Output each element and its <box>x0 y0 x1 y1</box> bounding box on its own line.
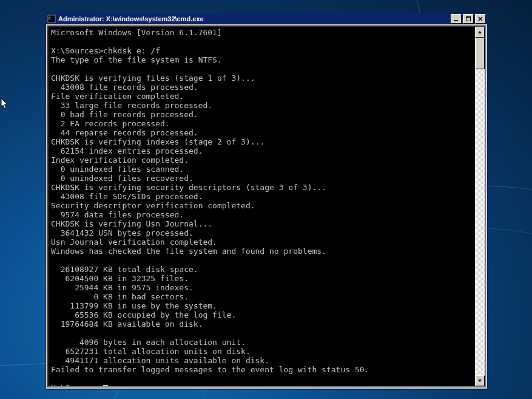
text-cursor <box>103 385 108 386</box>
close-button[interactable] <box>475 14 486 24</box>
cmd-window: C: Administrator: X:\windows\system32\cm… <box>45 13 488 389</box>
title-bar[interactable]: C: Administrator: X:\windows\system32\cm… <box>46 13 487 24</box>
console-output[interactable]: Microsoft Windows [Version 6.1.7601] X:\… <box>49 27 475 386</box>
minimize-button[interactable] <box>451 14 462 24</box>
cmd-icon: C: <box>47 15 56 23</box>
prompt: X:\Sources> <box>51 383 103 386</box>
scroll-up-button[interactable] <box>475 27 485 38</box>
window-title: Administrator: X:\windows\system32\cmd.e… <box>58 15 450 22</box>
mouse-cursor-icon <box>1 98 8 110</box>
scroll-thumb[interactable] <box>475 38 485 69</box>
svg-rect-4 <box>466 16 471 18</box>
vertical-scrollbar[interactable] <box>475 27 485 386</box>
console-frame: Microsoft Windows [Version 6.1.7601] X:\… <box>47 26 486 387</box>
svg-text:C:: C: <box>49 16 53 20</box>
svg-rect-2 <box>454 20 458 21</box>
maximize-button[interactable] <box>463 14 474 24</box>
window-client-area: Microsoft Windows [Version 6.1.7601] X:\… <box>46 24 487 389</box>
scroll-down-button[interactable] <box>475 375 485 386</box>
scroll-track[interactable] <box>475 38 485 375</box>
